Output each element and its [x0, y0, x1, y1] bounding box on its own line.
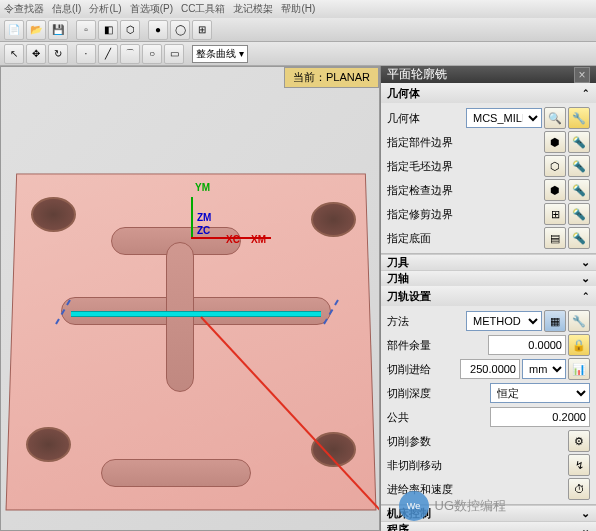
close-button[interactable]: ×	[574, 67, 590, 83]
menu-item[interactable]: 龙记模架	[233, 2, 273, 16]
chevron-down-icon: ⌄	[581, 272, 590, 285]
depth-select[interactable]: 恒定	[490, 383, 590, 403]
trim-boundary-button[interactable]: ⊞	[544, 203, 566, 225]
toolbar-2: ↖ ✥ ↻ · ╱ ⌒ ○ ▭ 整条曲线 ▾	[0, 42, 596, 66]
menu-bar: 令查找器 信息(I) 分析(L) 首选项(P) CC工具箱 龙记模架 帮助(H)	[0, 0, 596, 18]
feed-calc-icon[interactable]: 📊	[568, 358, 590, 380]
chevron-down-icon: ⌄	[581, 507, 590, 520]
floor-label: 指定底面	[387, 231, 487, 246]
section-tool-header[interactable]: 刀具⌄	[381, 254, 596, 270]
cut-params-button[interactable]: ⚙	[568, 430, 590, 452]
tb-open-icon[interactable]: 📂	[26, 20, 46, 40]
check-boundary-button[interactable]: ⬢	[544, 179, 566, 201]
operation-panel: 平面轮廓铣 × 几何体⌃ 几何体 MCS_MILL 🔍 🔧 指定部件边界	[380, 66, 596, 531]
toolbar-1: 📄 📂 💾 ▫ ◧ ⬡ ● ◯ ⊞	[0, 18, 596, 42]
panel-title-bar: 平面轮廓铣 ×	[381, 66, 596, 83]
menu-item[interactable]: 信息(I)	[52, 2, 81, 16]
blank-boundary-label: 指定毛坯边界	[387, 159, 487, 174]
trim-boundary-label: 指定修剪边界	[387, 207, 487, 222]
floor-button[interactable]: ▤	[544, 227, 566, 249]
axis-xm-label: XM	[251, 234, 266, 245]
geometry-select[interactable]: MCS_MILL	[466, 108, 542, 128]
tb-rect-icon[interactable]: ▭	[164, 44, 184, 64]
tb-save-icon[interactable]: 💾	[48, 20, 68, 40]
chevron-up-icon: ⌃	[582, 88, 590, 98]
method-select[interactable]: METHOD	[466, 311, 542, 331]
axis-zm-label: ZM	[197, 212, 211, 223]
tb-point-icon[interactable]: ·	[76, 44, 96, 64]
tb-select-icon[interactable]: ↖	[4, 44, 24, 64]
trim-boundary-show-icon[interactable]: 🔦	[568, 203, 590, 225]
axis-ym-label: YM	[195, 182, 210, 193]
common-label: 公共	[387, 410, 449, 425]
wechat-icon: We	[399, 491, 429, 521]
graphics-viewport[interactable]: 当前：PLANAR YM ZM ZC XC XM	[0, 66, 380, 531]
check-boundary-show-icon[interactable]: 🔦	[568, 179, 590, 201]
tb-rotate-icon[interactable]: ↻	[48, 44, 68, 64]
common-input[interactable]	[490, 407, 590, 427]
menu-item[interactable]: 首选项(P)	[130, 2, 173, 16]
tb-box-icon[interactable]: ▫	[76, 20, 96, 40]
tb-torus-icon[interactable]: ◯	[170, 20, 190, 40]
selection-mode-dropdown[interactable]: 整条曲线 ▾	[192, 45, 248, 63]
axis-zc-label: ZC	[197, 225, 210, 236]
chevron-up-icon: ⌃	[582, 291, 590, 301]
watermark: We UG数控编程	[399, 491, 507, 521]
part-remain-input[interactable]	[488, 335, 566, 355]
section-program-header[interactable]: 程序⌄	[381, 521, 596, 531]
geom-label: 几何体	[387, 111, 449, 126]
menu-item[interactable]: 分析(L)	[89, 2, 121, 16]
section-track-header[interactable]: 刀轨设置⌃	[381, 286, 596, 306]
menu-item[interactable]: CC工具箱	[181, 2, 225, 16]
menu-item[interactable]: 令查找器	[4, 2, 44, 16]
method-edit-icon[interactable]: 🔧	[568, 310, 590, 332]
part-boundary-label: 指定部件边界	[387, 135, 487, 150]
method-inherit-icon[interactable]: ▦	[544, 310, 566, 332]
geom-show-icon[interactable]: 🔍	[544, 107, 566, 129]
part-remain-label: 部件余量	[387, 338, 449, 353]
part-boundary-show-icon[interactable]: 🔦	[568, 131, 590, 153]
depth-label: 切削深度	[387, 386, 449, 401]
cut-params-label: 切削参数	[387, 434, 487, 449]
feed-label: 切削进给	[387, 362, 449, 377]
noncut-button[interactable]: ↯	[568, 454, 590, 476]
part-boundary-button[interactable]: ⬢	[544, 131, 566, 153]
feed-unit-select[interactable]: mmpr	[522, 359, 566, 379]
tb-wire-icon[interactable]: ⊞	[192, 20, 212, 40]
tb-cube-icon[interactable]: ◧	[98, 20, 118, 40]
lock-icon[interactable]: 🔒	[568, 334, 590, 356]
section-geometry-header[interactable]: 几何体⌃	[381, 83, 596, 103]
geom-edit-icon[interactable]: 🔧	[568, 107, 590, 129]
tb-cylinder-icon[interactable]: ⬡	[120, 20, 140, 40]
menu-item[interactable]: 帮助(H)	[281, 2, 315, 16]
status-bar: 当前：PLANAR	[284, 67, 379, 88]
tb-arc-icon[interactable]: ⌒	[120, 44, 140, 64]
cut-toolpath	[71, 311, 321, 317]
method-label: 方法	[387, 314, 449, 329]
check-boundary-label: 指定检查边界	[387, 183, 487, 198]
tb-sphere-icon[interactable]: ●	[148, 20, 168, 40]
feed-input[interactable]	[460, 359, 520, 379]
chevron-down-icon: ⌄	[581, 256, 590, 269]
chevron-down-icon: ⌄	[581, 523, 590, 531]
noncut-label: 非切削移动	[387, 458, 487, 473]
tb-move-icon[interactable]: ✥	[26, 44, 46, 64]
blank-boundary-button[interactable]: ⬡	[544, 155, 566, 177]
tb-new-icon[interactable]: 📄	[4, 20, 24, 40]
axis-xc-label: XC	[226, 234, 240, 245]
tb-circle-icon[interactable]: ○	[142, 44, 162, 64]
tb-line-icon[interactable]: ╱	[98, 44, 118, 64]
blank-boundary-show-icon[interactable]: 🔦	[568, 155, 590, 177]
feedrate-button[interactable]: ⏱	[568, 478, 590, 500]
floor-show-icon[interactable]: 🔦	[568, 227, 590, 249]
section-axis-header[interactable]: 刀轴⌄	[381, 270, 596, 286]
model-plate: YM ZM ZC XC XM	[11, 167, 371, 507]
